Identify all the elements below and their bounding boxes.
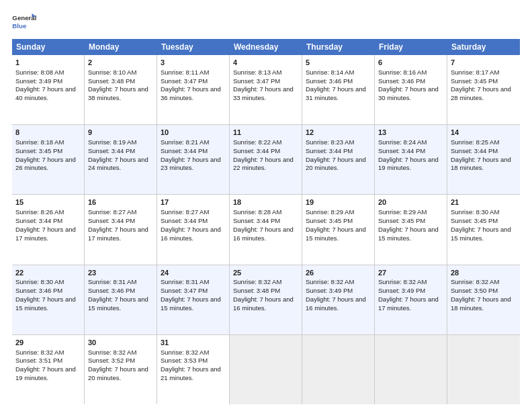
calendar-row-5: 29Sunrise: 8:32 AMSunset: 3:51 PMDayligh… xyxy=(12,335,520,404)
sunset-time: Sunset: 3:48 PM xyxy=(88,77,135,85)
table-row: 27Sunrise: 8:32 AMSunset: 3:49 PMDayligh… xyxy=(375,265,447,334)
day-number: 28 xyxy=(451,268,517,278)
daylight-hours: Daylight: 7 hours and 40 minutes. xyxy=(15,85,76,101)
table-row: 29Sunrise: 8:32 AMSunset: 3:51 PMDayligh… xyxy=(12,335,85,404)
sunset-time: Sunset: 3:49 PM xyxy=(378,287,425,294)
calendar-row-2: 8Sunrise: 8:18 AMSunset: 3:45 PMDaylight… xyxy=(12,125,520,195)
sunset-time: Sunset: 3:45 PM xyxy=(451,77,498,85)
sunset-time: Sunset: 3:45 PM xyxy=(306,217,353,224)
day-number: 18 xyxy=(233,197,298,208)
sunset-time: Sunset: 3:50 PM xyxy=(451,287,498,294)
day-number: 29 xyxy=(15,338,81,348)
sunrise-time: Sunrise: 8:31 AM xyxy=(88,278,136,285)
daylight-hours: Daylight: 7 hours and 23 minutes. xyxy=(161,156,221,172)
day-number: 1 xyxy=(15,58,81,68)
day-number: 21 xyxy=(451,197,517,208)
daylight-hours: Daylight: 7 hours and 36 minutes. xyxy=(161,85,221,101)
day-number: 12 xyxy=(306,128,371,138)
daylight-hours: Daylight: 7 hours and 19 minutes. xyxy=(378,156,439,172)
sunset-time: Sunset: 3:52 PM xyxy=(88,357,135,364)
sunrise-time: Sunrise: 8:17 AM xyxy=(451,68,499,76)
header: General Blue xyxy=(12,12,520,32)
day-of-week-wednesday: Wednesday xyxy=(230,39,302,55)
daylight-hours: Daylight: 7 hours and 15 minutes. xyxy=(378,226,439,242)
sunrise-time: Sunrise: 8:31 AM xyxy=(161,278,209,285)
table-row: 1Sunrise: 8:08 AMSunset: 3:49 PMDaylight… xyxy=(12,55,85,124)
day-of-week-saturday: Saturday xyxy=(447,39,520,55)
table-row: 12Sunrise: 8:23 AMSunset: 3:44 PMDayligh… xyxy=(302,125,375,194)
sunset-time: Sunset: 3:46 PM xyxy=(88,287,135,294)
sunset-time: Sunset: 3:49 PM xyxy=(306,287,353,294)
day-number: 27 xyxy=(378,268,443,278)
calendar-row-4: 22Sunrise: 8:30 AMSunset: 3:46 PMDayligh… xyxy=(12,265,520,335)
sunrise-time: Sunrise: 8:13 AM xyxy=(233,68,281,76)
calendar-row-3: 15Sunrise: 8:26 AMSunset: 3:44 PMDayligh… xyxy=(12,195,520,265)
table-row: 10Sunrise: 8:21 AMSunset: 3:44 PMDayligh… xyxy=(157,125,230,194)
sunset-time: Sunset: 3:44 PM xyxy=(233,147,280,154)
day-number: 31 xyxy=(161,338,226,348)
day-number: 3 xyxy=(161,58,226,68)
logo-icon: General Blue xyxy=(12,12,36,32)
day-number: 5 xyxy=(306,58,371,68)
sunset-time: Sunset: 3:44 PM xyxy=(88,147,135,154)
table-row: 24Sunrise: 8:31 AMSunset: 3:47 PMDayligh… xyxy=(157,265,230,334)
table-row: 18Sunrise: 8:28 AMSunset: 3:44 PMDayligh… xyxy=(230,195,302,264)
sunrise-time: Sunrise: 8:19 AM xyxy=(88,138,136,146)
table-row: 14Sunrise: 8:25 AMSunset: 3:44 PMDayligh… xyxy=(447,125,520,194)
day-of-week-monday: Monday xyxy=(85,39,157,55)
table-row: 23Sunrise: 8:31 AMSunset: 3:46 PMDayligh… xyxy=(85,265,157,334)
table-row: 7Sunrise: 8:17 AMSunset: 3:45 PMDaylight… xyxy=(447,55,520,124)
sunrise-time: Sunrise: 8:16 AM xyxy=(378,68,427,76)
table-row xyxy=(230,335,302,404)
calendar: SundayMondayTuesdayWednesdayThursdayFrid… xyxy=(12,39,520,404)
sunset-time: Sunset: 3:48 PM xyxy=(233,287,280,294)
daylight-hours: Daylight: 7 hours and 22 minutes. xyxy=(233,156,294,172)
table-row xyxy=(447,335,520,404)
sunrise-time: Sunrise: 8:21 AM xyxy=(161,138,209,146)
sunset-time: Sunset: 3:47 PM xyxy=(161,287,208,294)
sunset-time: Sunset: 3:44 PM xyxy=(88,217,135,224)
svg-text:Blue: Blue xyxy=(12,22,27,30)
day-number: 10 xyxy=(161,128,226,138)
daylight-hours: Daylight: 7 hours and 33 minutes. xyxy=(233,85,294,101)
table-row: 8Sunrise: 8:18 AMSunset: 3:45 PMDaylight… xyxy=(12,125,85,194)
daylight-hours: Daylight: 7 hours and 15 minutes. xyxy=(451,226,511,242)
sunrise-time: Sunrise: 8:30 AM xyxy=(15,278,64,285)
table-row xyxy=(302,335,375,404)
day-number: 11 xyxy=(233,128,298,138)
table-row: 2Sunrise: 8:10 AMSunset: 3:48 PMDaylight… xyxy=(85,55,157,124)
sunrise-time: Sunrise: 8:18 AM xyxy=(15,138,64,146)
day-number: 4 xyxy=(233,58,298,68)
sunset-time: Sunset: 3:44 PM xyxy=(378,147,425,154)
table-row: 21Sunrise: 8:30 AMSunset: 3:45 PMDayligh… xyxy=(447,195,520,264)
day-number: 20 xyxy=(378,197,443,208)
daylight-hours: Daylight: 7 hours and 15 minutes. xyxy=(88,295,148,312)
daylight-hours: Daylight: 7 hours and 19 minutes. xyxy=(15,365,76,381)
table-row: 3Sunrise: 8:11 AMSunset: 3:47 PMDaylight… xyxy=(157,55,230,124)
daylight-hours: Daylight: 7 hours and 16 minutes. xyxy=(233,226,294,242)
calendar-row-1: 1Sunrise: 8:08 AMSunset: 3:49 PMDaylight… xyxy=(12,55,520,125)
day-number: 7 xyxy=(451,58,517,68)
daylight-hours: Daylight: 7 hours and 26 minutes. xyxy=(15,156,76,172)
sunrise-time: Sunrise: 8:25 AM xyxy=(451,138,499,146)
sunrise-time: Sunrise: 8:08 AM xyxy=(15,68,64,76)
sunrise-time: Sunrise: 8:26 AM xyxy=(15,208,64,216)
sunset-time: Sunset: 3:47 PM xyxy=(233,77,280,85)
day-of-week-tuesday: Tuesday xyxy=(157,39,230,55)
table-row: 30Sunrise: 8:32 AMSunset: 3:52 PMDayligh… xyxy=(85,335,157,404)
sunrise-time: Sunrise: 8:32 AM xyxy=(451,278,499,285)
daylight-hours: Daylight: 7 hours and 15 minutes. xyxy=(306,226,366,242)
sunset-time: Sunset: 3:44 PM xyxy=(15,217,62,224)
table-row: 20Sunrise: 8:29 AMSunset: 3:45 PMDayligh… xyxy=(375,195,447,264)
day-number: 6 xyxy=(378,58,443,68)
day-of-week-friday: Friday xyxy=(375,39,447,55)
day-number: 13 xyxy=(378,128,443,138)
day-number: 2 xyxy=(88,58,153,68)
sunset-time: Sunset: 3:45 PM xyxy=(15,147,62,154)
day-number: 25 xyxy=(233,268,298,278)
table-row: 5Sunrise: 8:14 AMSunset: 3:46 PMDaylight… xyxy=(302,55,375,124)
table-row: 15Sunrise: 8:26 AMSunset: 3:44 PMDayligh… xyxy=(12,195,85,264)
day-number: 23 xyxy=(88,268,153,278)
daylight-hours: Daylight: 7 hours and 38 minutes. xyxy=(88,85,148,101)
daylight-hours: Daylight: 7 hours and 18 minutes. xyxy=(451,156,511,172)
